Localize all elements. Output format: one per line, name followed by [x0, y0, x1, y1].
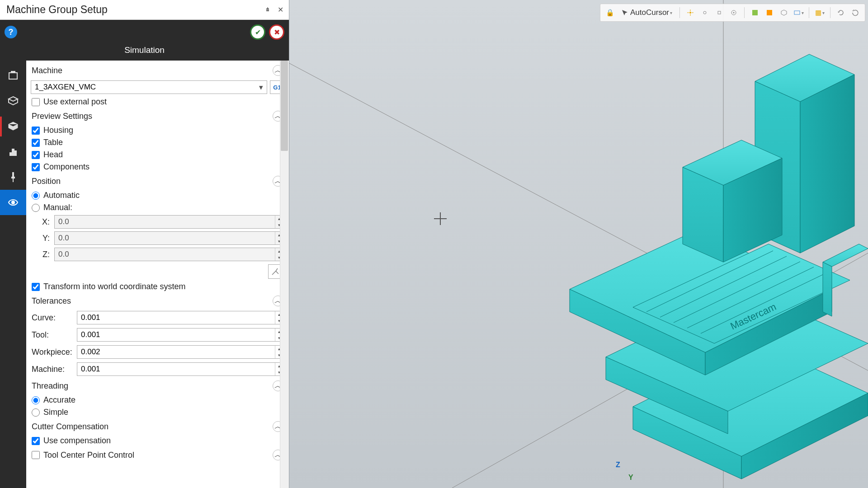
tb-snap-mid-button[interactable] [699, 7, 711, 19]
housing-input[interactable] [32, 127, 40, 135]
tcp-enable-input[interactable] [32, 451, 40, 459]
form-scroll[interactable]: Machine ︿ 1_3AXGEN_VMC ▾ G1 [26, 61, 289, 488]
transform-check[interactable]: Transform into world coordinate system [30, 281, 285, 293]
x-label: X: [39, 217, 50, 227]
use-comp-input[interactable] [32, 437, 40, 445]
lock-icon: 🔒 [606, 9, 614, 17]
help-button[interactable]: ? [5, 26, 17, 38]
svg-point-8 [11, 201, 15, 204]
grid-icon: ▦ [815, 9, 821, 17]
viewport-3d[interactable]: Mastercam Z Y X 🔒 AutoCursor ▦ [289, 0, 868, 488]
tb-snap-point-button[interactable] [684, 7, 696, 19]
tb-snap-end-button[interactable] [713, 7, 725, 19]
ok-button[interactable]: ✔ [250, 24, 265, 40]
head-check[interactable]: Head [30, 149, 285, 161]
close-icon: ✕ [278, 5, 283, 14]
position-manual-radio[interactable]: Manual: [30, 202, 285, 214]
use-external-post-check[interactable]: Use external post [30, 96, 285, 108]
tool-nav-icon [7, 171, 19, 183]
preview-section-title: Preview Settings [32, 112, 92, 121]
housing-label: Housing [43, 126, 73, 135]
transform-input[interactable] [32, 283, 40, 291]
components-label: Components [43, 162, 90, 172]
workpiece-input[interactable]: 0.002▲▼ [77, 345, 283, 359]
tb-grid-button[interactable]: ▦ [814, 7, 826, 19]
machine-section-title: Machine [32, 66, 62, 75]
svg-rect-1 [11, 71, 15, 73]
svg-marker-32 [823, 244, 868, 267]
svg-marker-33 [823, 262, 832, 316]
components-input[interactable] [32, 163, 40, 171]
position-auto-radio[interactable]: Automatic [30, 189, 285, 202]
nav-simulation[interactable] [0, 190, 26, 215]
svg-rect-41 [767, 10, 772, 15]
snap-end-icon [716, 9, 723, 16]
x-input[interactable]: 0.0▲▼ [54, 215, 283, 229]
svg-rect-40 [752, 10, 758, 15]
refresh-icon [852, 9, 859, 16]
tab-simulation[interactable]: Simulation [5, 42, 284, 61]
y-value: 0.0 [58, 234, 69, 243]
position-auto-input[interactable] [32, 192, 40, 200]
use-external-post-label: Use external post [43, 97, 107, 107]
view-iso-icon [780, 9, 788, 16]
view-front-icon [766, 9, 773, 16]
components-check[interactable]: Components [30, 161, 285, 173]
tb-sep [809, 7, 809, 18]
table-input[interactable] [32, 139, 40, 147]
housing-check[interactable]: Housing [30, 124, 285, 136]
svg-rect-0 [9, 73, 17, 79]
panel-header: ? ✔ ✖ Simulation [0, 20, 289, 61]
machine-combo-value: 1_3AXGEN_VMC [35, 83, 96, 92]
nav-workpiece[interactable] [0, 114, 26, 139]
curve-input[interactable]: 0.001▲▼ [77, 311, 283, 324]
curve-value: 0.001 [81, 313, 100, 322]
machine-tol-input[interactable]: 0.001▲▼ [77, 362, 283, 376]
tb-snap-center-button[interactable] [728, 7, 740, 19]
stock-nav-icon [7, 95, 19, 107]
scrollbar-thumb[interactable] [281, 61, 288, 151]
threading-accurate-input[interactable] [32, 396, 40, 404]
tb-autocursor-button[interactable]: AutoCursor [618, 7, 675, 19]
tool-value: 0.001 [81, 330, 100, 339]
tb-view-menu-button[interactable] [793, 7, 804, 19]
svg-rect-6 [11, 177, 15, 178]
tb-sep [744, 7, 745, 18]
position-manual-input[interactable] [32, 204, 40, 212]
tool-input[interactable]: 0.001▲▼ [77, 328, 283, 342]
nav-tool[interactable] [0, 164, 26, 190]
machine-combo[interactable]: 1_3AXGEN_VMC ▾ [31, 80, 267, 94]
threading-accurate-radio[interactable]: Accurate [30, 394, 285, 406]
nav-stock[interactable] [0, 89, 26, 114]
y-input[interactable]: 0.0▲▼ [54, 231, 283, 245]
form-scrollbar[interactable] [280, 61, 289, 488]
caret-down-icon: ▾ [259, 83, 263, 92]
cancel-button[interactable]: ✖ [269, 24, 284, 40]
nav-machine[interactable] [0, 63, 26, 89]
use-external-post-input[interactable] [32, 98, 40, 106]
use-comp-label: Use compensation [43, 436, 111, 446]
pin-icon [264, 7, 271, 13]
simulation-nav-icon [7, 197, 19, 208]
tb-refresh-button[interactable] [849, 7, 861, 19]
tb-view-top-button[interactable] [749, 7, 761, 19]
head-label: Head [43, 150, 63, 160]
tb-lock-button[interactable]: 🔒 [604, 7, 616, 19]
svg-point-35 [689, 12, 691, 14]
tb-rotate-button[interactable] [835, 7, 847, 19]
close-button[interactable]: ✕ [275, 5, 285, 15]
use-comp-check[interactable]: Use compensation [30, 435, 285, 447]
threading-simple-input[interactable] [32, 408, 40, 417]
snap-center-icon [730, 9, 737, 16]
table-check[interactable]: Table [30, 136, 285, 149]
tb-view-front-button[interactable] [764, 7, 775, 19]
svg-rect-5 [12, 172, 14, 177]
tb-view-iso-button[interactable] [778, 7, 790, 19]
pin-button[interactable] [263, 5, 273, 15]
svg-point-39 [733, 12, 735, 14]
position-auto-label: Automatic [43, 191, 80, 200]
nav-fixtures[interactable] [0, 139, 26, 164]
z-input[interactable]: 0.0▲▼ [54, 248, 283, 261]
threading-simple-radio[interactable]: Simple [30, 406, 285, 418]
head-input[interactable] [32, 151, 40, 159]
